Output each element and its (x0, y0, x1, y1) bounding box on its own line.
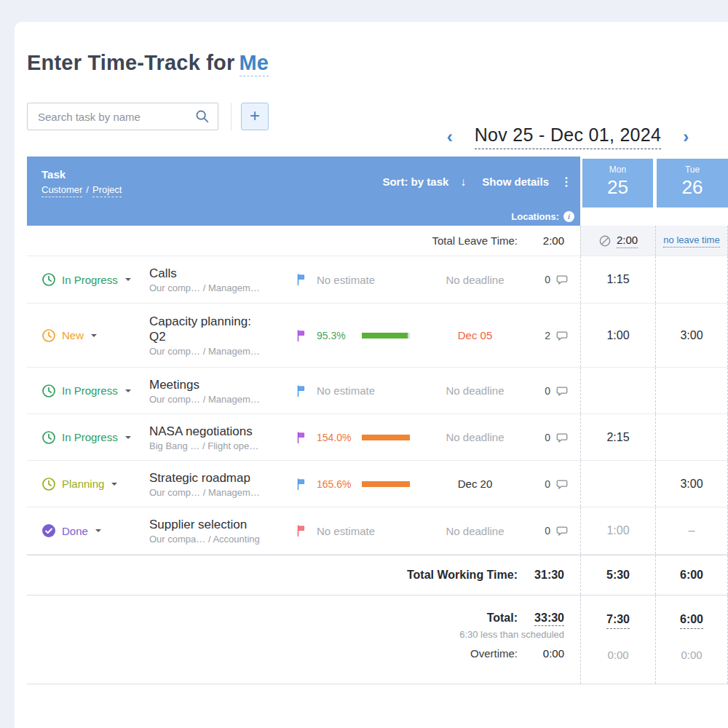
toolbar-divider (231, 103, 232, 130)
time-value[interactable]: 1:00 (606, 524, 629, 537)
prev-week-button[interactable]: ‹ (444, 127, 456, 147)
deadline-label: No deadline (433, 507, 517, 554)
comment-count: 0 (545, 274, 550, 285)
clock-status-icon (41, 328, 56, 343)
task-path: Our compa… / Accounting (149, 534, 260, 545)
add-task-button[interactable]: + (241, 103, 269, 130)
leave-value[interactable]: 2:00 (617, 234, 638, 248)
chevron-down-icon (95, 529, 101, 532)
comment-bubble-icon (555, 273, 569, 286)
time-cell-mon[interactable]: 1:00 (580, 304, 655, 367)
totals-cell-mon: 7:30 0:00 (580, 596, 655, 684)
comments-button[interactable]: 2 (517, 304, 580, 367)
project-filter-link[interactable]: Project (92, 184, 122, 197)
comments-button[interactable]: 0 (517, 461, 580, 507)
status-dropdown[interactable]: New (27, 304, 149, 367)
time-cell-tue[interactable] (655, 414, 728, 460)
status-dropdown[interactable]: In Progress (27, 368, 149, 414)
leave-entry[interactable]: 2:00 (598, 234, 638, 248)
show-details-button[interactable]: Show details (482, 175, 549, 188)
working-total-tue: 6:00 (655, 555, 728, 595)
day-grand-total[interactable]: 6:00 (680, 613, 703, 629)
kebab-menu-icon[interactable]: ⋮ (561, 175, 573, 189)
flag-icon[interactable] (295, 431, 308, 444)
task-title[interactable]: Strategic roadmap (149, 470, 250, 486)
status-dropdown[interactable]: Planning (27, 461, 149, 507)
chevron-down-icon (111, 483, 117, 486)
sort-direction-icon[interactable]: ↓ (460, 175, 466, 189)
deadline-label: Dec 05 (433, 304, 517, 367)
chevron-down-icon (125, 436, 131, 439)
search-icon[interactable] (194, 108, 210, 124)
info-icon[interactable]: i (563, 211, 574, 222)
time-value[interactable]: 1:15 (606, 273, 629, 286)
flag-icon[interactable] (295, 384, 308, 397)
date-range-label[interactable]: Nov 25 - Dec 01, 2024 (475, 124, 661, 149)
flag-icon[interactable] (295, 478, 308, 491)
day-overtime: 0:00 (607, 649, 628, 661)
customer-filter-link[interactable]: Customer (41, 184, 82, 197)
time-value[interactable]: 2:15 (606, 431, 629, 444)
no-work-icon (598, 234, 612, 248)
time-cell-mon[interactable]: 1:00 (580, 507, 655, 554)
table-header: Task Customer/Project Sort: by task ↓ Sh… (27, 157, 728, 226)
day-number-label: 25 (582, 176, 653, 199)
estimate-percent: 95.3% (317, 330, 352, 341)
time-value[interactable]: – (689, 524, 695, 537)
time-value[interactable]: 1:00 (606, 329, 629, 342)
time-cell-mon[interactable] (580, 461, 655, 507)
status-dropdown[interactable]: In Progress (27, 256, 149, 303)
day-working-total: 6:00 (680, 569, 703, 582)
next-week-button[interactable]: › (680, 127, 692, 147)
task-title[interactable]: Meetings (149, 377, 199, 392)
flag-icon[interactable] (295, 329, 308, 342)
comment-count: 0 (545, 478, 550, 490)
grand-total-value[interactable]: 33:30 (534, 612, 564, 626)
progress-bar (362, 333, 410, 339)
task-path: Big Bang … / Flight ope… (149, 440, 258, 451)
day-grand-total[interactable]: 7:30 (606, 613, 630, 629)
chevron-down-icon (91, 334, 97, 337)
task-title[interactable]: Calls (149, 266, 177, 281)
clock-status-icon (41, 430, 56, 445)
comment-bubble-icon (555, 431, 569, 444)
flag-icon[interactable] (295, 524, 308, 537)
time-cell-tue[interactable]: – (655, 507, 728, 554)
comments-button[interactable]: 0 (517, 507, 580, 554)
sort-button[interactable]: Sort: by task (382, 175, 448, 188)
time-cell-tue[interactable] (655, 256, 728, 303)
search-input[interactable] (28, 111, 194, 123)
task-title[interactable]: Capacity planning: Q2 (149, 314, 270, 344)
comment-bubble-icon (555, 384, 569, 397)
status-dropdown[interactable]: Done (27, 507, 149, 554)
total-working-time-label: Total Working Time: (407, 569, 518, 582)
estimate-label: No estimate (317, 274, 375, 286)
progress-bar (362, 435, 410, 440)
time-cell-mon[interactable]: 1:15 (580, 256, 655, 303)
flag-icon[interactable] (295, 273, 308, 286)
column-header-task: Task (41, 168, 122, 181)
comments-button[interactable]: 0 (517, 368, 580, 414)
leave-cell-tue: no leave time (655, 226, 728, 256)
time-value[interactable]: 3:00 (680, 478, 703, 491)
overtime-value: 0:00 (518, 647, 564, 660)
comments-button[interactable]: 0 (517, 414, 580, 460)
deadline-label: No deadline (433, 368, 517, 414)
time-cell-mon[interactable]: 2:15 (580, 414, 655, 460)
status-label: In Progress (62, 384, 118, 397)
grand-total-label: Total: (487, 612, 518, 625)
status-dropdown[interactable]: In Progress (27, 414, 149, 460)
no-leave-time-link[interactable]: no leave time (663, 234, 719, 248)
time-cell-mon[interactable] (580, 368, 655, 414)
time-cell-tue[interactable] (655, 368, 728, 414)
time-value[interactable]: 3:00 (680, 329, 703, 342)
task-row: In Progress Calls Our comp… / Managem… N… (27, 256, 728, 304)
day-of-week-label: Mon (582, 165, 653, 175)
task-title[interactable]: NASA negotiations (149, 424, 253, 439)
comments-button[interactable]: 0 (517, 256, 580, 303)
time-cell-tue[interactable]: 3:00 (655, 304, 728, 367)
leave-time-total: 2:00 (518, 234, 564, 247)
time-cell-tue[interactable]: 3:00 (655, 461, 728, 507)
user-selector-link[interactable]: Me (240, 51, 269, 76)
task-title[interactable]: Supplier selection (149, 517, 247, 532)
